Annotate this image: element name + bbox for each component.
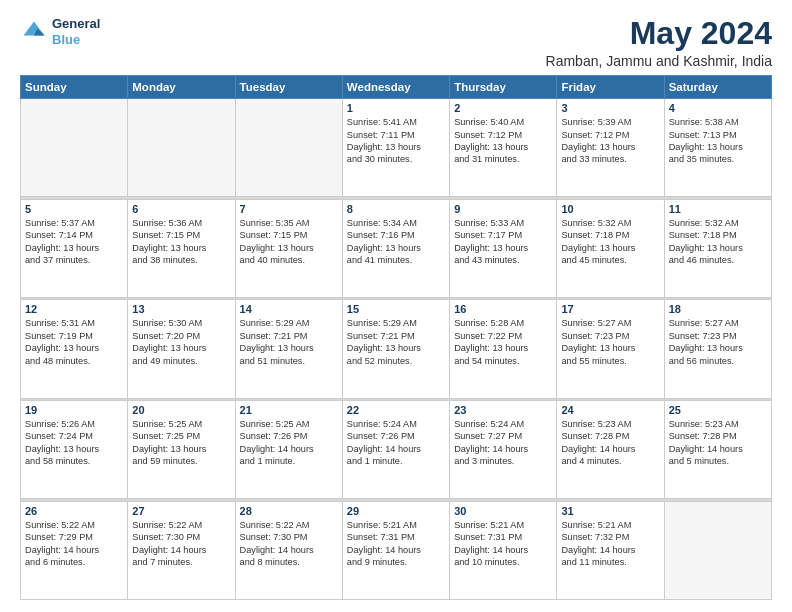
table-row — [128, 99, 235, 197]
page: General Blue May 2024 Ramban, Jammu and … — [0, 0, 792, 612]
calendar-week-row: 1Sunrise: 5:41 AM Sunset: 7:11 PM Daylig… — [21, 99, 772, 197]
day-info: Sunrise: 5:35 AM Sunset: 7:15 PM Dayligh… — [240, 217, 338, 267]
title-block: May 2024 Ramban, Jammu and Kashmir, Indi… — [546, 16, 772, 69]
table-row: 26Sunrise: 5:22 AM Sunset: 7:29 PM Dayli… — [21, 501, 128, 599]
day-info: Sunrise: 5:32 AM Sunset: 7:18 PM Dayligh… — [561, 217, 659, 267]
day-number: 7 — [240, 203, 338, 215]
table-row: 23Sunrise: 5:24 AM Sunset: 7:27 PM Dayli… — [450, 401, 557, 499]
col-sunday: Sunday — [21, 76, 128, 99]
main-title: May 2024 — [546, 16, 772, 51]
day-number: 19 — [25, 404, 123, 416]
table-row: 10Sunrise: 5:32 AM Sunset: 7:18 PM Dayli… — [557, 199, 664, 297]
day-info: Sunrise: 5:28 AM Sunset: 7:22 PM Dayligh… — [454, 317, 552, 367]
col-wednesday: Wednesday — [342, 76, 449, 99]
day-info: Sunrise: 5:25 AM Sunset: 7:25 PM Dayligh… — [132, 418, 230, 468]
day-number: 21 — [240, 404, 338, 416]
day-info: Sunrise: 5:32 AM Sunset: 7:18 PM Dayligh… — [669, 217, 767, 267]
calendar-week-row: 12Sunrise: 5:31 AM Sunset: 7:19 PM Dayli… — [21, 300, 772, 398]
table-row: 4Sunrise: 5:38 AM Sunset: 7:13 PM Daylig… — [664, 99, 771, 197]
table-row: 11Sunrise: 5:32 AM Sunset: 7:18 PM Dayli… — [664, 199, 771, 297]
table-row: 16Sunrise: 5:28 AM Sunset: 7:22 PM Dayli… — [450, 300, 557, 398]
day-info: Sunrise: 5:33 AM Sunset: 7:17 PM Dayligh… — [454, 217, 552, 267]
table-row: 31Sunrise: 5:21 AM Sunset: 7:32 PM Dayli… — [557, 501, 664, 599]
day-info: Sunrise: 5:22 AM Sunset: 7:30 PM Dayligh… — [240, 519, 338, 569]
day-number: 17 — [561, 303, 659, 315]
day-info: Sunrise: 5:40 AM Sunset: 7:12 PM Dayligh… — [454, 116, 552, 166]
day-number: 6 — [132, 203, 230, 215]
day-info: Sunrise: 5:31 AM Sunset: 7:19 PM Dayligh… — [25, 317, 123, 367]
day-info: Sunrise: 5:29 AM Sunset: 7:21 PM Dayligh… — [347, 317, 445, 367]
table-row: 13Sunrise: 5:30 AM Sunset: 7:20 PM Dayli… — [128, 300, 235, 398]
day-number: 31 — [561, 505, 659, 517]
day-number: 8 — [347, 203, 445, 215]
weekday-header-row: Sunday Monday Tuesday Wednesday Thursday… — [21, 76, 772, 99]
calendar-week-row: 5Sunrise: 5:37 AM Sunset: 7:14 PM Daylig… — [21, 199, 772, 297]
table-row: 12Sunrise: 5:31 AM Sunset: 7:19 PM Dayli… — [21, 300, 128, 398]
table-row: 5Sunrise: 5:37 AM Sunset: 7:14 PM Daylig… — [21, 199, 128, 297]
day-info: Sunrise: 5:24 AM Sunset: 7:26 PM Dayligh… — [347, 418, 445, 468]
col-saturday: Saturday — [664, 76, 771, 99]
day-info: Sunrise: 5:21 AM Sunset: 7:31 PM Dayligh… — [454, 519, 552, 569]
day-number: 4 — [669, 102, 767, 114]
day-info: Sunrise: 5:34 AM Sunset: 7:16 PM Dayligh… — [347, 217, 445, 267]
calendar-week-row: 19Sunrise: 5:26 AM Sunset: 7:24 PM Dayli… — [21, 401, 772, 499]
day-info: Sunrise: 5:37 AM Sunset: 7:14 PM Dayligh… — [25, 217, 123, 267]
day-number: 9 — [454, 203, 552, 215]
day-number: 14 — [240, 303, 338, 315]
day-number: 26 — [25, 505, 123, 517]
day-number: 25 — [669, 404, 767, 416]
day-info: Sunrise: 5:22 AM Sunset: 7:29 PM Dayligh… — [25, 519, 123, 569]
day-number: 18 — [669, 303, 767, 315]
calendar-week-row: 26Sunrise: 5:22 AM Sunset: 7:29 PM Dayli… — [21, 501, 772, 599]
table-row: 21Sunrise: 5:25 AM Sunset: 7:26 PM Dayli… — [235, 401, 342, 499]
table-row: 17Sunrise: 5:27 AM Sunset: 7:23 PM Dayli… — [557, 300, 664, 398]
table-row: 9Sunrise: 5:33 AM Sunset: 7:17 PM Daylig… — [450, 199, 557, 297]
table-row: 29Sunrise: 5:21 AM Sunset: 7:31 PM Dayli… — [342, 501, 449, 599]
subtitle: Ramban, Jammu and Kashmir, India — [546, 53, 772, 69]
table-row: 1Sunrise: 5:41 AM Sunset: 7:11 PM Daylig… — [342, 99, 449, 197]
logo: General Blue — [20, 16, 100, 47]
day-info: Sunrise: 5:30 AM Sunset: 7:20 PM Dayligh… — [132, 317, 230, 367]
table-row: 22Sunrise: 5:24 AM Sunset: 7:26 PM Dayli… — [342, 401, 449, 499]
table-row: 14Sunrise: 5:29 AM Sunset: 7:21 PM Dayli… — [235, 300, 342, 398]
col-thursday: Thursday — [450, 76, 557, 99]
logo-text: General Blue — [52, 16, 100, 47]
day-number: 30 — [454, 505, 552, 517]
day-number: 27 — [132, 505, 230, 517]
day-info: Sunrise: 5:27 AM Sunset: 7:23 PM Dayligh… — [561, 317, 659, 367]
day-number: 3 — [561, 102, 659, 114]
table-row: 6Sunrise: 5:36 AM Sunset: 7:15 PM Daylig… — [128, 199, 235, 297]
day-number: 29 — [347, 505, 445, 517]
table-row: 19Sunrise: 5:26 AM Sunset: 7:24 PM Dayli… — [21, 401, 128, 499]
table-row — [21, 99, 128, 197]
table-row — [664, 501, 771, 599]
day-info: Sunrise: 5:36 AM Sunset: 7:15 PM Dayligh… — [132, 217, 230, 267]
table-row: 18Sunrise: 5:27 AM Sunset: 7:23 PM Dayli… — [664, 300, 771, 398]
col-monday: Monday — [128, 76, 235, 99]
day-info: Sunrise: 5:21 AM Sunset: 7:31 PM Dayligh… — [347, 519, 445, 569]
day-number: 13 — [132, 303, 230, 315]
calendar-table: Sunday Monday Tuesday Wednesday Thursday… — [20, 75, 772, 600]
day-number: 15 — [347, 303, 445, 315]
table-row: 20Sunrise: 5:25 AM Sunset: 7:25 PM Dayli… — [128, 401, 235, 499]
day-info: Sunrise: 5:25 AM Sunset: 7:26 PM Dayligh… — [240, 418, 338, 468]
table-row: 3Sunrise: 5:39 AM Sunset: 7:12 PM Daylig… — [557, 99, 664, 197]
day-number: 10 — [561, 203, 659, 215]
header: General Blue May 2024 Ramban, Jammu and … — [20, 16, 772, 69]
table-row: 8Sunrise: 5:34 AM Sunset: 7:16 PM Daylig… — [342, 199, 449, 297]
day-info: Sunrise: 5:29 AM Sunset: 7:21 PM Dayligh… — [240, 317, 338, 367]
table-row — [235, 99, 342, 197]
day-info: Sunrise: 5:23 AM Sunset: 7:28 PM Dayligh… — [669, 418, 767, 468]
table-row: 2Sunrise: 5:40 AM Sunset: 7:12 PM Daylig… — [450, 99, 557, 197]
day-number: 12 — [25, 303, 123, 315]
day-number: 2 — [454, 102, 552, 114]
day-info: Sunrise: 5:23 AM Sunset: 7:28 PM Dayligh… — [561, 418, 659, 468]
day-number: 1 — [347, 102, 445, 114]
day-info: Sunrise: 5:26 AM Sunset: 7:24 PM Dayligh… — [25, 418, 123, 468]
col-tuesday: Tuesday — [235, 76, 342, 99]
table-row: 28Sunrise: 5:22 AM Sunset: 7:30 PM Dayli… — [235, 501, 342, 599]
table-row: 30Sunrise: 5:21 AM Sunset: 7:31 PM Dayli… — [450, 501, 557, 599]
day-info: Sunrise: 5:27 AM Sunset: 7:23 PM Dayligh… — [669, 317, 767, 367]
col-friday: Friday — [557, 76, 664, 99]
day-number: 22 — [347, 404, 445, 416]
